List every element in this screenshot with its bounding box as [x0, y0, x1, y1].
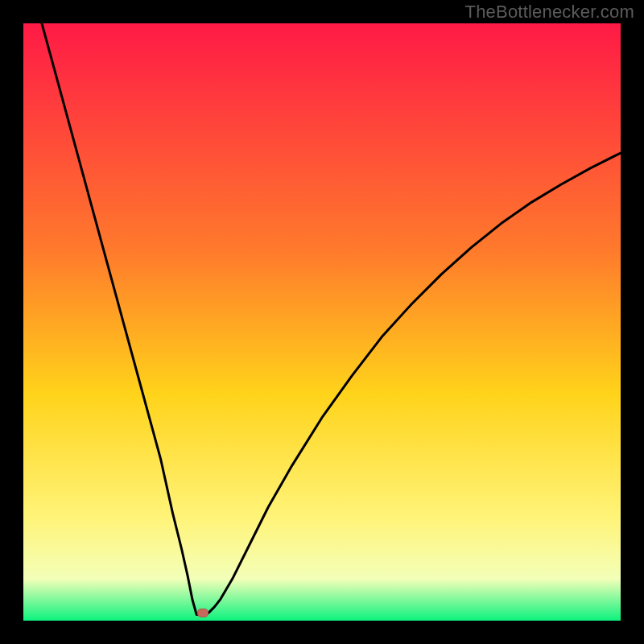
- heatmap-background: [23, 23, 621, 621]
- chart-frame: TheBottlenecker.com: [0, 0, 644, 644]
- watermark-text: TheBottlenecker.com: [465, 2, 634, 23]
- plot-area: [23, 23, 621, 621]
- chart-svg: [23, 23, 621, 621]
- current-point-marker: [197, 609, 208, 617]
